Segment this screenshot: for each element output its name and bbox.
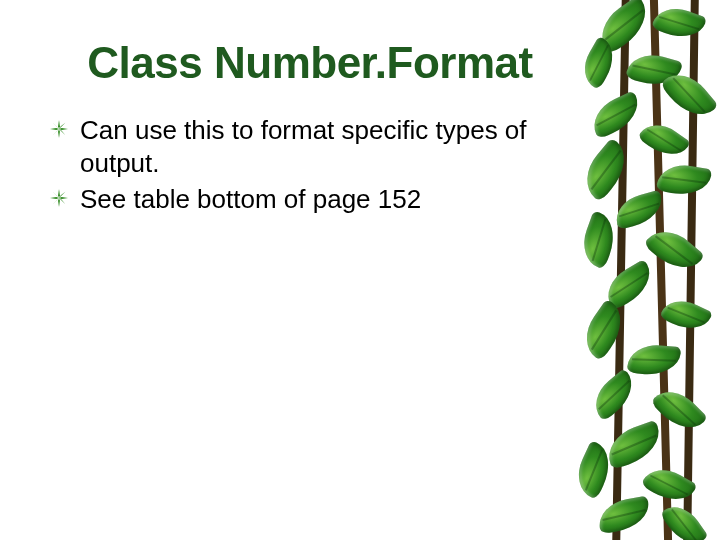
svg-marker-7 — [53, 123, 59, 129]
svg-marker-14 — [53, 198, 59, 204]
svg-marker-5 — [59, 129, 65, 135]
svg-marker-12 — [59, 192, 65, 198]
svg-marker-1 — [59, 128, 68, 130]
slide: Class Number.Format Can use — [0, 0, 720, 540]
svg-marker-4 — [59, 123, 65, 129]
list-item: Can use this to format specific types of… — [50, 114, 570, 179]
svg-marker-9 — [59, 197, 68, 199]
svg-marker-10 — [58, 198, 60, 207]
svg-marker-11 — [50, 197, 59, 199]
svg-marker-8 — [58, 189, 60, 198]
bullet-list: Can use this to format specific types of… — [50, 114, 570, 216]
svg-marker-13 — [59, 198, 65, 204]
leaf-decoration — [570, 0, 720, 540]
list-item: See table bottom of page 152 — [50, 183, 570, 216]
svg-marker-2 — [58, 129, 60, 138]
bullet-text: See table bottom of page 152 — [80, 184, 421, 214]
bullet-text: Can use this to format specific types of… — [80, 115, 527, 178]
burst-icon — [50, 189, 68, 207]
svg-marker-15 — [53, 192, 59, 198]
burst-icon — [50, 120, 68, 138]
svg-marker-3 — [50, 128, 59, 130]
svg-marker-6 — [53, 129, 59, 135]
slide-title: Class Number.Format — [50, 40, 570, 86]
svg-marker-0 — [58, 120, 60, 129]
